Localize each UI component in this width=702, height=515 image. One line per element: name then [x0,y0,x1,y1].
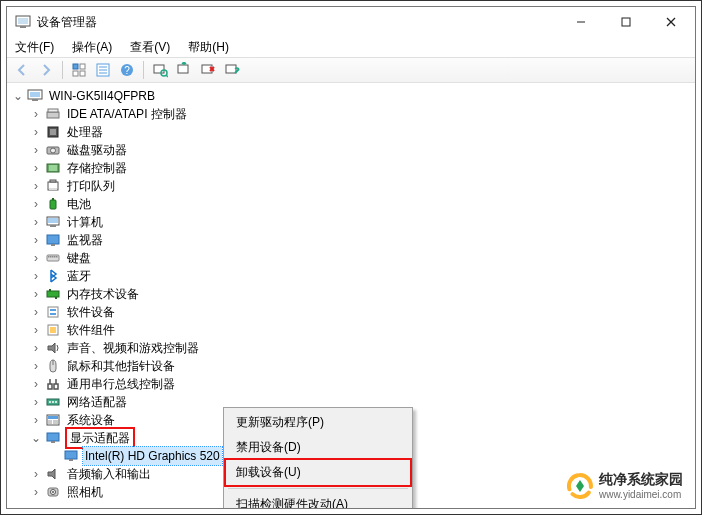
tree-category[interactable]: ›处理器 [11,123,695,141]
chevron-right-icon[interactable]: › [29,395,43,409]
minimize-button[interactable] [558,7,603,37]
tree-root[interactable]: ⌄ WIN-GK5II4QFPRB [11,87,695,105]
disable-device-button[interactable] [221,59,243,81]
chevron-right-icon[interactable]: › [29,251,43,265]
tree-category[interactable]: ›蓝牙 [11,267,695,285]
uninstall-device-button[interactable] [197,59,219,81]
svg-rect-29 [48,109,58,112]
chevron-right-icon[interactable]: › [29,143,43,157]
svg-rect-48 [47,255,59,261]
category-icon [45,232,61,248]
cm-scan-hardware[interactable]: 扫描检测硬件改动(A) [226,492,410,508]
svg-rect-54 [47,291,59,297]
chevron-right-icon[interactable]: › [29,287,43,301]
tree-category[interactable]: ›鼠标和其他指针设备 [11,357,695,375]
tree-category[interactable]: ›存储控制器 [11,159,695,177]
chevron-right-icon[interactable]: › [29,323,43,337]
tree-category[interactable]: ›打印队列 [11,177,695,195]
chevron-right-icon[interactable]: › [29,107,43,121]
chevron-right-icon[interactable]: › [29,485,43,499]
menu-file[interactable]: 文件(F) [11,37,58,58]
tree-category[interactable]: ›键盘 [11,249,695,267]
cm-uninstall-device[interactable]: 卸载设备(U) [224,458,412,487]
svg-rect-24 [226,65,236,73]
tree-item-label: 鼠标和其他指针设备 [65,357,177,375]
watermark: 纯净系统家园 www.yidaimei.com [567,471,683,500]
svg-rect-50 [50,256,52,258]
update-driver-button[interactable] [173,59,195,81]
svg-rect-74 [69,459,73,461]
category-icon [45,304,61,320]
tree-category[interactable]: ›软件组件 [11,321,695,339]
tree-category[interactable]: ›软件设备 [11,303,695,321]
cm-update-driver[interactable]: 更新驱动程序(P) [226,410,410,435]
menu-action[interactable]: 操作(A) [68,37,116,58]
chevron-right-icon[interactable]: › [29,179,43,193]
tree-category[interactable]: ›内存技术设备 [11,285,695,303]
chevron-right-icon[interactable]: › [29,197,43,211]
chevron-right-icon[interactable]: › [29,413,43,427]
svg-rect-7 [73,64,78,69]
forward-button[interactable] [35,59,57,81]
menu-help[interactable]: 帮助(H) [184,37,233,58]
close-button[interactable] [648,7,693,37]
chevron-right-icon[interactable]: › [29,233,43,247]
chevron-right-icon[interactable]: › [29,215,43,229]
menu-view[interactable]: 查看(V) [126,37,174,58]
tree-item-label: 声音、视频和游戏控制器 [65,339,201,357]
maximize-icon [621,17,631,27]
tree-item-label: 磁盘驱动器 [65,141,129,159]
chevron-right-icon[interactable]: › [29,305,43,319]
category-icon [45,340,61,356]
svg-rect-56 [55,297,57,299]
chevron-right-icon[interactable]: › [29,341,43,355]
tree-category[interactable]: ›声音、视频和游戏控制器 [11,339,695,357]
help-icon: ? [119,62,135,78]
svg-rect-9 [73,71,78,76]
tree-category[interactable]: ›IDE ATA/ATAPI 控制器 [11,105,695,123]
svg-rect-68 [48,416,58,419]
svg-text:?: ? [124,65,130,76]
svg-rect-57 [48,307,58,317]
properties-button[interactable] [92,59,114,81]
category-icon [45,106,61,122]
svg-rect-8 [80,64,85,69]
tree-item-label: 处理器 [65,123,105,141]
tree-item-label: 软件设备 [65,303,117,321]
svg-rect-28 [47,112,59,118]
category-icon [45,214,61,230]
chevron-right-icon[interactable]: › [29,359,43,373]
category-icon [45,142,61,158]
tree-item-label: 音频输入和输出 [65,465,153,483]
scan-hardware-button[interactable] [149,59,171,81]
help-button[interactable]: ? [116,59,138,81]
tree-category[interactable]: ›电池 [11,195,695,213]
chevron-right-icon[interactable]: › [29,125,43,139]
maximize-button[interactable] [603,7,648,37]
svg-marker-78 [576,480,584,492]
scan-icon [152,62,168,78]
chevron-down-icon[interactable]: ⌄ [29,431,43,445]
svg-rect-41 [50,200,56,209]
show-tree-button[interactable] [68,59,90,81]
arrow-right-icon [38,62,54,78]
chevron-right-icon[interactable]: › [29,269,43,283]
chevron-right-icon[interactable]: › [29,161,43,175]
chevron-right-icon[interactable]: › [29,467,43,481]
chevron-right-icon[interactable]: › [29,377,43,391]
svg-rect-40 [49,188,57,190]
category-icon [45,250,61,266]
cm-disable-device[interactable]: 禁用设备(D) [226,435,410,460]
tree-category[interactable]: ›通用串行总线控制器 [11,375,695,393]
tree-item-label: 存储控制器 [65,159,129,177]
tree-category[interactable]: ›计算机 [11,213,695,231]
tree-item-label: 内存技术设备 [65,285,141,303]
svg-rect-20 [178,65,188,73]
tree-item-label: 键盘 [65,249,93,267]
tree-category[interactable]: ›磁盘驱动器 [11,141,695,159]
svg-rect-46 [47,235,59,244]
back-button[interactable] [11,59,33,81]
svg-rect-51 [52,256,54,258]
tree-category[interactable]: ›监视器 [11,231,695,249]
expander-icon[interactable]: ⌄ [11,89,25,103]
